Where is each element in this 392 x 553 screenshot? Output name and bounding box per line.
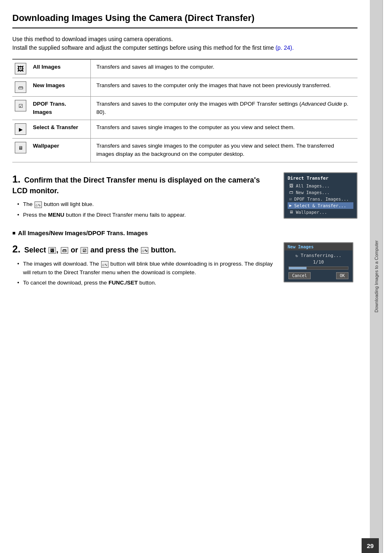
- cancel-screen-btn: Cancel: [288, 272, 311, 279]
- screen-buttons: Cancel OK: [288, 272, 348, 279]
- transfer-lcd-screen: New Images ↻ Transferring... 1/10 Cancel…: [284, 242, 353, 282]
- main-content: Downloading Images Using the Camera (Dir…: [0, 0, 370, 553]
- step-1-image: Direct Transfer 🖼 All Images... 🗃 New Im…: [284, 172, 357, 221]
- row-label: DPOF Trans. Images: [29, 96, 90, 120]
- step-1-heading: 1. Confirm that the Direct Transfer menu…: [12, 172, 275, 197]
- bullet-item: The images will download. The ⌂∿ button …: [19, 260, 275, 277]
- side-tab: Downloading Images to a Computer: [370, 0, 383, 553]
- screen-item: 🗃 New Images...: [288, 189, 353, 196]
- step-2-section: 2. Select 🖼, 🗃 or ☑ and press the ⌂∿ but…: [12, 242, 357, 289]
- row-icon: 🖥: [12, 139, 29, 162]
- page-number: 29: [362, 538, 379, 553]
- table-row: 🗃 New Images Transfers and saves to the …: [12, 78, 357, 96]
- bullet-item: To cancel the download, press the FUNC./…: [19, 279, 275, 287]
- step-2-number: 2.: [12, 243, 21, 255]
- progress-fraction: 1/10: [288, 259, 348, 265]
- step-1-text: 1. Confirm that the Direct Transfer menu…: [12, 172, 275, 221]
- table-row: 🖼 All Images Transfers and saves all ima…: [12, 59, 357, 78]
- row-label: Wallpaper: [29, 139, 90, 162]
- transfer-button-icon: ⌂∿: [141, 247, 148, 254]
- table-row: 🖥 Wallpaper Transfers and saves single i…: [12, 139, 357, 162]
- page-title: Downloading Images Using the Camera (Dir…: [12, 12, 357, 28]
- row-icon: ▶: [12, 120, 29, 139]
- transferring-text: ↻ Transferring...: [288, 253, 348, 258]
- row-desc: Transfers and saves single images to the…: [90, 139, 357, 162]
- camera-icon-inline: ⌂∿: [101, 261, 108, 268]
- screen-item: ☑ DPOF Trans. Images...: [288, 196, 353, 202]
- table-row: ☑ DPOF Trans. Images Transfers and saves…: [12, 96, 357, 120]
- section-heading: All Images/New Images/DPOF Trans. Images: [12, 229, 357, 236]
- row-label: Select & Transfer: [29, 120, 90, 139]
- intro-text: Use this method to download images using…: [12, 35, 357, 52]
- new-images-icon: 🗃: [61, 247, 68, 254]
- bullet-item: Press the MENU button if the Direct Tran…: [19, 211, 275, 219]
- page-link[interactable]: (p. 24).: [275, 44, 293, 51]
- row-icon: ☑: [12, 96, 29, 120]
- step-2-text: 2. Select 🖼, 🗃 or ☑ and press the ⌂∿ but…: [12, 242, 275, 289]
- progress-bar: [289, 267, 307, 269]
- screen-item-highlighted: ▶ Select & Transfer...: [288, 202, 353, 209]
- step-1-bullets: The ⌂∿ button will light blue. Press the…: [19, 200, 275, 219]
- table-row: ▶ Select & Transfer Transfers and saves …: [12, 120, 357, 139]
- step-1-section: 1. Confirm that the Direct Transfer menu…: [12, 172, 357, 221]
- row-desc: Transfers and saves to the computer only…: [90, 96, 357, 120]
- camera-lcd-screen: Direct Transfer 🖼 All Images... 🗃 New Im…: [284, 172, 357, 219]
- progress-bar-container: [288, 266, 348, 270]
- step-2-bullets: The images will download. The ⌂∿ button …: [19, 260, 275, 287]
- dpof-icon: ☑: [81, 247, 88, 254]
- step-number: 1.: [12, 174, 21, 185]
- row-desc: Transfers and saves all images to the co…: [90, 59, 357, 78]
- screen-item: 🖥 Wallpaper...: [288, 209, 353, 215]
- transfer-table: 🖼 All Images Transfers and saves all ima…: [12, 59, 357, 162]
- row-desc: Transfers and saves to the computer only…: [90, 78, 357, 96]
- row-desc: Transfers and saves single images to the…: [90, 120, 357, 139]
- bullet-item: The ⌂∿ button will light blue.: [19, 200, 275, 208]
- row-icon: 🗃: [12, 78, 29, 96]
- transfer-screen-title: New Images: [284, 243, 353, 250]
- screen-item: 🖼 All Images...: [288, 183, 353, 189]
- row-label: All Images: [29, 59, 90, 78]
- step-2-heading: 2. Select 🖼, 🗃 or ☑ and press the ⌂∿ but…: [12, 242, 275, 256]
- step-2-image: New Images ↻ Transferring... 1/10 Cancel…: [284, 242, 357, 289]
- row-icon: 🖼: [12, 59, 29, 78]
- row-label: New Images: [29, 78, 90, 96]
- camera-icon: ⌂∿: [35, 201, 42, 208]
- all-images-icon: 🖼: [48, 247, 56, 254]
- screen-title: Direct Transfer: [288, 176, 353, 181]
- ok-screen-btn: OK: [336, 272, 348, 279]
